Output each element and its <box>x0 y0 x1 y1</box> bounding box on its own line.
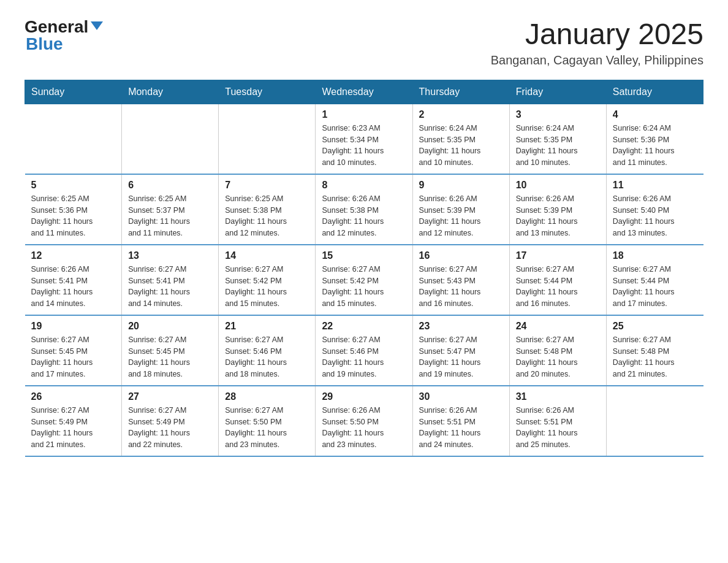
day-info: Sunrise: 6:27 AMSunset: 5:48 PMDaylight:… <box>613 334 697 380</box>
day-number: 5 <box>31 180 116 191</box>
day-number: 21 <box>225 321 309 332</box>
day-number: 3 <box>516 109 600 120</box>
calendar-cell: 18Sunrise: 6:27 AMSunset: 5:44 PMDayligh… <box>606 245 703 315</box>
day-info: Sunrise: 6:26 AMSunset: 5:51 PMDaylight:… <box>516 405 600 451</box>
day-info: Sunrise: 6:27 AMSunset: 5:41 PMDaylight:… <box>128 264 212 310</box>
calendar-cell: 14Sunrise: 6:27 AMSunset: 5:42 PMDayligh… <box>219 245 316 315</box>
calendar-cell: 7Sunrise: 6:25 AMSunset: 5:38 PMDaylight… <box>219 174 316 245</box>
day-info: Sunrise: 6:25 AMSunset: 5:36 PMDaylight:… <box>31 193 116 239</box>
day-info: Sunrise: 6:27 AMSunset: 5:46 PMDaylight:… <box>225 334 309 380</box>
calendar-cell: 11Sunrise: 6:26 AMSunset: 5:40 PMDayligh… <box>606 174 703 245</box>
calendar-cell: 10Sunrise: 6:26 AMSunset: 5:39 PMDayligh… <box>509 174 606 245</box>
day-info: Sunrise: 6:27 AMSunset: 5:43 PMDaylight:… <box>419 264 503 310</box>
header-row: SundayMondayTuesdayWednesdayThursdayFrid… <box>25 80 703 104</box>
calendar-cell: 20Sunrise: 6:27 AMSunset: 5:45 PMDayligh… <box>122 315 219 386</box>
calendar-body: 1Sunrise: 6:23 AMSunset: 5:34 PMDaylight… <box>25 104 703 456</box>
day-info: Sunrise: 6:23 AMSunset: 5:34 PMDaylight:… <box>322 123 406 169</box>
day-number: 19 <box>31 321 116 332</box>
day-number: 20 <box>128 321 212 332</box>
day-info: Sunrise: 6:27 AMSunset: 5:42 PMDaylight:… <box>322 264 406 310</box>
calendar-table: SundayMondayTuesdayWednesdayThursdayFrid… <box>25 80 703 457</box>
day-number: 15 <box>322 250 406 261</box>
day-number: 27 <box>128 391 212 402</box>
page-header: General Blue January 2025 Banganan, Caga… <box>25 18 703 67</box>
day-number: 28 <box>225 391 309 402</box>
calendar-cell: 2Sunrise: 6:24 AMSunset: 5:35 PMDaylight… <box>412 104 509 174</box>
calendar-cell: 31Sunrise: 6:26 AMSunset: 5:51 PMDayligh… <box>509 386 606 456</box>
week-row-5: 26Sunrise: 6:27 AMSunset: 5:49 PMDayligh… <box>25 386 703 456</box>
day-number: 17 <box>516 250 600 261</box>
day-number: 24 <box>516 321 600 332</box>
location-text: Banganan, Cagayan Valley, Philippines <box>491 53 703 67</box>
day-info: Sunrise: 6:26 AMSunset: 5:39 PMDaylight:… <box>516 193 600 239</box>
day-info: Sunrise: 6:24 AMSunset: 5:36 PMDaylight:… <box>613 123 697 169</box>
day-number: 31 <box>516 391 600 402</box>
day-number: 4 <box>613 109 697 120</box>
day-info: Sunrise: 6:27 AMSunset: 5:49 PMDaylight:… <box>31 405 116 451</box>
calendar-cell: 24Sunrise: 6:27 AMSunset: 5:48 PMDayligh… <box>509 315 606 386</box>
day-number: 12 <box>31 250 116 261</box>
day-number: 1 <box>322 109 406 120</box>
calendar-cell <box>25 104 122 174</box>
calendar-cell: 19Sunrise: 6:27 AMSunset: 5:45 PMDayligh… <box>25 315 122 386</box>
day-info: Sunrise: 6:27 AMSunset: 5:50 PMDaylight:… <box>225 405 309 451</box>
calendar-cell: 26Sunrise: 6:27 AMSunset: 5:49 PMDayligh… <box>25 386 122 456</box>
calendar-cell: 3Sunrise: 6:24 AMSunset: 5:35 PMDaylight… <box>509 104 606 174</box>
calendar-cell: 25Sunrise: 6:27 AMSunset: 5:48 PMDayligh… <box>606 315 703 386</box>
day-number: 10 <box>516 180 600 191</box>
day-number: 13 <box>128 250 212 261</box>
calendar-cell: 29Sunrise: 6:26 AMSunset: 5:50 PMDayligh… <box>316 386 412 456</box>
day-number: 2 <box>419 109 503 120</box>
day-info: Sunrise: 6:25 AMSunset: 5:38 PMDaylight:… <box>225 193 309 239</box>
logo-general-text: General <box>25 18 88 36</box>
day-info: Sunrise: 6:26 AMSunset: 5:51 PMDaylight:… <box>419 405 503 451</box>
header-day-tuesday: Tuesday <box>219 80 316 104</box>
day-info: Sunrise: 6:25 AMSunset: 5:37 PMDaylight:… <box>128 193 212 239</box>
day-number: 6 <box>128 180 212 191</box>
day-number: 11 <box>613 180 697 191</box>
logo-blue-text: Blue <box>26 36 63 53</box>
calendar-cell: 1Sunrise: 6:23 AMSunset: 5:34 PMDaylight… <box>316 104 412 174</box>
title-section: January 2025 Banganan, Cagayan Valley, P… <box>491 18 703 67</box>
day-info: Sunrise: 6:27 AMSunset: 5:47 PMDaylight:… <box>419 334 503 380</box>
calendar-cell: 4Sunrise: 6:24 AMSunset: 5:36 PMDaylight… <box>606 104 703 174</box>
day-info: Sunrise: 6:26 AMSunset: 5:50 PMDaylight:… <box>322 405 406 451</box>
day-number: 22 <box>322 321 406 332</box>
day-number: 25 <box>613 321 697 332</box>
day-number: 26 <box>31 391 116 402</box>
day-info: Sunrise: 6:26 AMSunset: 5:39 PMDaylight:… <box>419 193 503 239</box>
day-info: Sunrise: 6:27 AMSunset: 5:44 PMDaylight:… <box>613 264 697 310</box>
calendar-cell <box>122 104 219 174</box>
day-info: Sunrise: 6:26 AMSunset: 5:38 PMDaylight:… <box>322 193 406 239</box>
week-row-4: 19Sunrise: 6:27 AMSunset: 5:45 PMDayligh… <box>25 315 703 386</box>
calendar-cell: 28Sunrise: 6:27 AMSunset: 5:50 PMDayligh… <box>219 386 316 456</box>
day-info: Sunrise: 6:27 AMSunset: 5:44 PMDaylight:… <box>516 264 600 310</box>
day-number: 16 <box>419 250 503 261</box>
calendar-cell: 27Sunrise: 6:27 AMSunset: 5:49 PMDayligh… <box>122 386 219 456</box>
day-info: Sunrise: 6:27 AMSunset: 5:42 PMDaylight:… <box>225 264 309 310</box>
day-info: Sunrise: 6:27 AMSunset: 5:49 PMDaylight:… <box>128 405 212 451</box>
week-row-3: 12Sunrise: 6:26 AMSunset: 5:41 PMDayligh… <box>25 245 703 315</box>
day-number: 8 <box>322 180 406 191</box>
day-info: Sunrise: 6:24 AMSunset: 5:35 PMDaylight:… <box>419 123 503 169</box>
logo: General Blue <box>25 18 103 53</box>
calendar-header: SundayMondayTuesdayWednesdayThursdayFrid… <box>25 80 703 104</box>
day-info: Sunrise: 6:26 AMSunset: 5:40 PMDaylight:… <box>613 193 697 239</box>
calendar-cell: 22Sunrise: 6:27 AMSunset: 5:46 PMDayligh… <box>316 315 412 386</box>
header-day-saturday: Saturday <box>606 80 703 104</box>
calendar-cell <box>219 104 316 174</box>
day-info: Sunrise: 6:24 AMSunset: 5:35 PMDaylight:… <box>516 123 600 169</box>
header-day-sunday: Sunday <box>25 80 122 104</box>
header-day-wednesday: Wednesday <box>316 80 412 104</box>
logo-arrow-icon <box>91 21 103 30</box>
day-info: Sunrise: 6:27 AMSunset: 5:45 PMDaylight:… <box>31 334 116 380</box>
calendar-cell: 21Sunrise: 6:27 AMSunset: 5:46 PMDayligh… <box>219 315 316 386</box>
calendar-cell: 30Sunrise: 6:26 AMSunset: 5:51 PMDayligh… <box>412 386 509 456</box>
day-number: 18 <box>613 250 697 261</box>
day-info: Sunrise: 6:26 AMSunset: 5:41 PMDaylight:… <box>31 264 116 310</box>
day-number: 30 <box>419 391 503 402</box>
day-number: 7 <box>225 180 309 191</box>
calendar-cell: 15Sunrise: 6:27 AMSunset: 5:42 PMDayligh… <box>316 245 412 315</box>
week-row-2: 5Sunrise: 6:25 AMSunset: 5:36 PMDaylight… <box>25 174 703 245</box>
day-number: 23 <box>419 321 503 332</box>
